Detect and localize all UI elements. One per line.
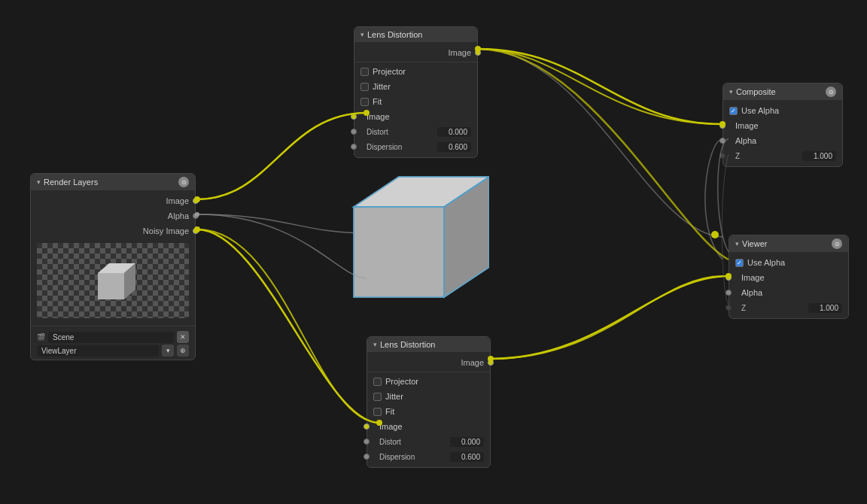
composite-alpha-row: ✓ Use Alpha [723, 103, 842, 118]
fit-checkbox[interactable] [360, 98, 369, 106]
viewer-body: ✓ Use Alpha Image Alpha Z 1.000 [729, 252, 848, 318]
lens-dist-top-image-in-socket[interactable] [351, 114, 357, 120]
fit-row: Fit [354, 94, 477, 109]
distort-label-top: Distort [367, 128, 434, 136]
render-layers-noisy-row: Noisy Image [31, 223, 195, 238]
render-layers-image-socket[interactable] [193, 198, 199, 204]
fit-checkbox-b[interactable] [373, 408, 382, 416]
lens-distortion-top-node: ▾ Lens Lens DistortionDistortion Image P… [354, 26, 478, 158]
viewer-z-socket[interactable] [726, 305, 732, 311]
scene-input[interactable] [48, 332, 174, 343]
lens-dist-bottom-image-in-row: Image [367, 419, 490, 434]
composite-z-socket[interactable] [719, 153, 726, 159]
lens-dist-top-image-out-socket[interactable] [475, 50, 481, 56]
svg-marker-6 [98, 273, 124, 299]
dispersion-val-bot[interactable]: 0.600 [450, 452, 484, 462]
projector-checkbox-b[interactable] [373, 378, 382, 386]
render-layers-footer: 🎬 ✕ ▾ ⊕ [31, 326, 195, 360]
viewer-z-val[interactable]: 1.000 [808, 303, 842, 313]
viewer-alpha-in-label: Alpha [741, 288, 762, 297]
jitter-row-b: Jitter [367, 389, 490, 404]
lens-dist-bottom-image-out-row: Image [367, 355, 490, 370]
fit-label: Fit [373, 97, 382, 106]
render-layers-header: ▾ Render Layers ⊙ [31, 174, 195, 190]
render-layers-image-label: Image [166, 196, 189, 205]
svg-marker-0 [354, 207, 444, 297]
viewlayer-chevron[interactable]: ▾ [162, 345, 174, 357]
render-layers-image-row: Image [31, 193, 195, 208]
collapse-viewer-icon[interactable]: ▾ [735, 240, 739, 247]
collapse-icon[interactable]: ▾ [37, 178, 41, 186]
lens-dist-bottom-image-out-socket[interactable] [488, 360, 494, 366]
jitter-checkbox[interactable] [360, 83, 369, 91]
composite-z-label: Z [735, 152, 799, 160]
lens-dist-bottom-image-out-label: Image [461, 358, 484, 367]
dispersion-val-top[interactable]: 0.600 [437, 142, 471, 152]
scene-icon: 🎬 [37, 333, 45, 341]
viewer-image-row: Image [729, 270, 848, 285]
fit-row-b: Fit [367, 404, 490, 419]
distort-row-bot: Distort 0.000 [367, 434, 490, 449]
render-layers-alpha-socket[interactable] [193, 213, 199, 219]
lens-dist-bottom-image-in-socket[interactable] [364, 424, 370, 430]
composite-alpha-label: Use Alpha [741, 106, 779, 115]
collapse-composite-icon[interactable]: ▾ [729, 88, 733, 96]
dispersion-socket-bot[interactable] [364, 454, 370, 460]
composite-alpha-checkbox[interactable]: ✓ [729, 107, 738, 115]
viewer-alpha-checkbox[interactable]: ✓ [735, 259, 744, 267]
viewlayer-input[interactable] [37, 345, 159, 357]
distort-socket-top[interactable] [351, 129, 357, 135]
viewer-title: Viewer [742, 239, 767, 248]
projector-row-b: Projector [367, 374, 490, 389]
render-layers-noisy-socket[interactable] [193, 228, 199, 234]
lens-dist-top-title: Lens Lens DistortionDistortion [367, 30, 422, 39]
viewer-alpha-in-row: Alpha [729, 285, 848, 300]
viewer-node: ▾ Viewer ⊙ ✓ Use Alpha Image Alpha Z 1.0… [729, 235, 849, 319]
viewer-z-row: Z 1.000 [729, 300, 848, 315]
composite-image-socket[interactable] [719, 123, 726, 129]
jitter-checkbox-b[interactable] [373, 393, 382, 401]
viewport-preview [294, 132, 504, 342]
render-layers-title: Render Layers [44, 178, 98, 187]
jitter-label: Jitter [373, 82, 391, 91]
svg-point-17 [711, 231, 719, 238]
projector-checkbox[interactable] [360, 68, 369, 76]
viewer-header: ▾ Viewer ⊙ [729, 235, 848, 252]
composite-z-val[interactable]: 1.000 [802, 151, 836, 161]
dispersion-socket-top[interactable] [351, 144, 357, 150]
viewer-alpha-socket[interactable] [726, 290, 732, 296]
viewer-alpha-row: ✓ Use Alpha [729, 255, 848, 270]
composite-image-row: Image [723, 118, 842, 133]
viewlayer-row: ▾ ⊕ [37, 345, 189, 357]
composite-title: Composite [736, 87, 776, 96]
lens-dist-bottom-title: Lens Distortion [380, 340, 435, 349]
projector-label: Projector [373, 67, 406, 76]
distort-val-top[interactable]: 0.000 [437, 127, 471, 137]
distort-socket-bot[interactable] [364, 439, 370, 445]
composite-alpha-socket[interactable] [719, 138, 726, 144]
collapse-icon-bottom[interactable]: ▾ [373, 341, 377, 348]
viewer-image-socket[interactable] [726, 275, 732, 281]
render-layers-node: ▾ Render Layers ⊙ Image Alpha Noisy Imag… [30, 173, 196, 360]
dispersion-row-top: Dispersion 0.600 [354, 139, 477, 154]
dispersion-label-bot: Dispersion [379, 453, 447, 461]
viewer-alpha-label: Use Alpha [747, 258, 785, 267]
lens-dist-bottom-image-in-label: Image [379, 422, 403, 431]
render-layers-alpha-row: Alpha [31, 208, 195, 223]
jitter-row: Jitter [354, 79, 477, 94]
composite-alpha-in-label: Alpha [735, 136, 756, 145]
collapse-icon-top[interactable]: ▾ [360, 31, 364, 38]
lens-dist-top-image-out-row: Image [354, 45, 477, 60]
composite-z-row: Z 1.000 [723, 148, 842, 163]
viewlayer-action[interactable]: ⊕ [177, 345, 189, 357]
scene-clear-button[interactable]: ✕ [177, 331, 189, 343]
dispersion-row-bot: Dispersion 0.600 [367, 449, 490, 464]
composite-alpha-in-row: Alpha [723, 133, 842, 148]
viewer-icon: ⊙ [832, 238, 842, 249]
distort-val-bot[interactable]: 0.000 [450, 437, 484, 447]
composite-body: ✓ Use Alpha Image Alpha Z 1.000 [723, 100, 842, 166]
distort-label-bot: Distort [379, 438, 447, 446]
fit-label-b: Fit [385, 407, 394, 416]
render-layers-noisy-label: Noisy Image [143, 226, 189, 235]
distort-row-top: Distort 0.000 [354, 124, 477, 139]
